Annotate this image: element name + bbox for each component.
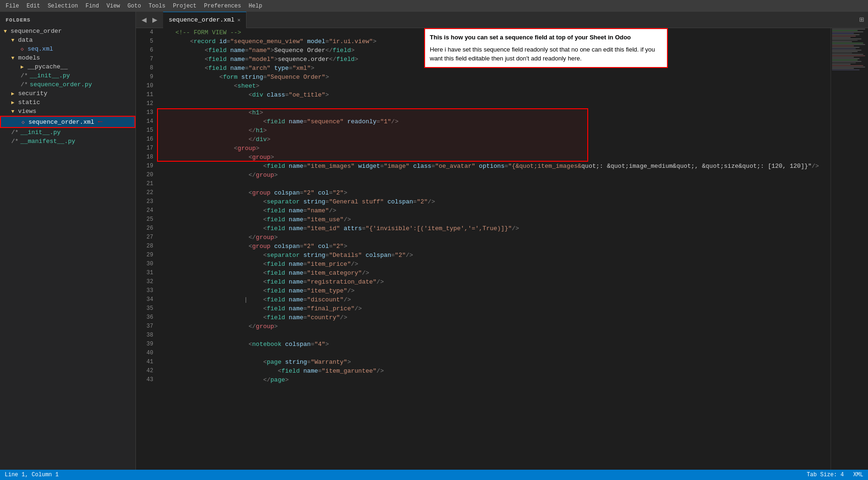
folder-collapsed-icon: ▶ <box>21 64 24 70</box>
sidebar-item-root-init[interactable]: /* __init__.py <box>0 128 135 137</box>
menu-project[interactable]: Project <box>169 2 200 10</box>
line-num: 23 <box>140 197 153 206</box>
menubar: File Edit Selection Find View Goto Tools… <box>0 0 868 12</box>
file-label: seq.xml <box>28 45 53 52</box>
status-tab-size: Tab Size: 4 <box>807 472 844 478</box>
code-container[interactable]: 4 5 6 7 8 9 10 11 12 13 14 15 16 17 18 1… <box>136 28 868 470</box>
statusbar: Line 1, Column 1 Tab Size: 4 XML <box>0 470 868 480</box>
sidebar-item-init-py[interactable]: /* __init__.py <box>0 71 135 80</box>
code-line-24: <field name="name"/> <box>161 206 831 215</box>
code-line-35: <field name="final_price"/> <box>161 304 831 313</box>
folder-label: static <box>18 99 40 106</box>
layout-button[interactable]: ⊞ <box>859 16 864 23</box>
tab-close-button[interactable]: ✕ <box>237 17 240 23</box>
sidebar-item-sequence-order-xml[interactable]: ◇ sequence_order.xml ← <box>0 116 135 128</box>
menu-find[interactable]: Find <box>82 2 103 10</box>
folder-label: models <box>18 54 40 61</box>
line-num: 14 <box>140 117 153 126</box>
editor-area: ◀ ▶ sequence_order.xml ✕ ⊞ 4 5 6 7 8 9 <box>136 12 868 470</box>
line-num: 19 <box>140 162 153 171</box>
line-num: 33 <box>140 286 153 295</box>
code-line-37: </group> <box>161 322 831 331</box>
tab-right-controls: ⊞ <box>859 16 868 23</box>
code-line-33: <field name="item_type"/> | <box>161 286 831 295</box>
line-num: 15 <box>140 126 153 135</box>
menu-tools[interactable]: Tools <box>145 2 169 10</box>
line-num: 38 <box>140 331 153 340</box>
line-num: 32 <box>140 278 153 286</box>
sidebar-item-sequence-order-py[interactable]: /* sequence_order.py <box>0 80 135 89</box>
menu-file[interactable]: File <box>2 2 23 10</box>
sidebar-item-data[interactable]: ▼ data <box>0 36 135 45</box>
menu-preferences[interactable]: Preferences <box>200 2 245 10</box>
line-num: 17 <box>140 144 153 153</box>
sidebar-item-views[interactable]: ▼ views <box>0 107 135 116</box>
folder-expanded-icon: ▼ <box>4 29 7 34</box>
py-file-icon: /* <box>21 72 28 79</box>
code-line-18: <group> <box>161 153 831 162</box>
folder-expanded-icon: ▼ <box>11 38 15 43</box>
line-num: 10 <box>140 82 153 90</box>
line-num: 41 <box>140 358 153 367</box>
file-label: __init__.py <box>21 129 61 136</box>
line-num: 12 <box>140 99 153 108</box>
code-editor[interactable]: This is how you can set a sequence field… <box>157 28 831 470</box>
line-num: 25 <box>140 215 153 224</box>
sidebar-item-seq-xml[interactable]: ◇ seq.xml <box>0 45 135 53</box>
line-num: 20 <box>140 171 153 180</box>
line-num: 7 <box>140 55 153 64</box>
py-file-icon: /* <box>11 138 19 145</box>
code-line-20: </group> <box>161 171 831 180</box>
line-num: 13 <box>140 108 153 117</box>
sidebar-item-security[interactable]: ▶ security <box>0 89 135 98</box>
file-label: sequence_order.xml <box>29 119 94 126</box>
menu-edit[interactable]: Edit <box>23 2 44 10</box>
sidebar-item-models[interactable]: ▼ models <box>0 53 135 62</box>
folder-expanded-icon: ▼ <box>11 109 15 114</box>
sidebar-title: FOLDERS <box>0 15 135 27</box>
tab-nav-right[interactable]: ▶ <box>150 15 159 24</box>
code-line-25: <field name="item_use"/> <box>161 215 831 224</box>
code-line-34: <field name="discount"/> <box>161 295 831 304</box>
folder-collapsed-icon: ▶ <box>11 99 15 105</box>
line-num: 42 <box>140 367 153 375</box>
code-line-11: <div class="oe_title"> <box>161 90 831 99</box>
menu-selection[interactable]: Selection <box>44 2 82 10</box>
folder-label: security <box>18 90 47 97</box>
sidebar-item-sequence-order[interactable]: ▼ sequence_order <box>0 27 135 36</box>
status-right: Tab Size: 4 XML <box>807 472 863 478</box>
annotation-box: This is how you can set a sequence field… <box>424 28 668 68</box>
code-line-38 <box>161 331 831 340</box>
menu-help[interactable]: Help <box>245 2 266 10</box>
code-line-28: <group colspan="2" col="2"> <box>161 242 831 251</box>
line-num: 39 <box>140 340 153 349</box>
sidebar-item-manifest[interactable]: /* __manifest__.py <box>0 137 135 146</box>
line-num: 4 <box>140 28 153 37</box>
code-line-21 <box>161 180 831 188</box>
menu-view[interactable]: View <box>103 2 124 10</box>
line-num: 26 <box>140 224 153 233</box>
line-num: 16 <box>140 135 153 144</box>
folder-expanded-icon: ▼ <box>11 55 15 61</box>
arrow-indicator: ← <box>98 118 103 126</box>
line-num: 40 <box>140 349 153 358</box>
code-line-30: <field name="item_price"/> <box>161 260 831 269</box>
menu-goto[interactable]: Goto <box>124 2 145 10</box>
line-num: 31 <box>140 269 153 278</box>
code-line-32: <field name="registration_date"/> <box>161 278 831 286</box>
annotation-title: This is how you can set a sequence field… <box>430 33 662 42</box>
py-file-icon: /* <box>21 81 28 88</box>
tab-nav-left[interactable]: ◀ <box>140 15 149 24</box>
line-num: 11 <box>140 90 153 99</box>
line-num: 30 <box>140 260 153 269</box>
tab-label: sequence_order.xml <box>169 16 234 23</box>
code-line-23: <separator string="General stuff" colspa… <box>161 197 831 206</box>
xml-file-icon: ◇ <box>22 119 25 125</box>
tab-sequence-order-xml[interactable]: sequence_order.xml ✕ <box>163 12 247 28</box>
line-num: 35 <box>140 304 153 313</box>
sidebar-item-static[interactable]: ▶ static <box>0 98 135 107</box>
code-line-31: <field name="item_category"/> <box>161 269 831 278</box>
sidebar-item-pycache[interactable]: ▶ __pycache__ <box>0 62 135 71</box>
line-num: 6 <box>140 46 153 55</box>
tab-nav-buttons: ◀ ▶ <box>136 15 163 24</box>
